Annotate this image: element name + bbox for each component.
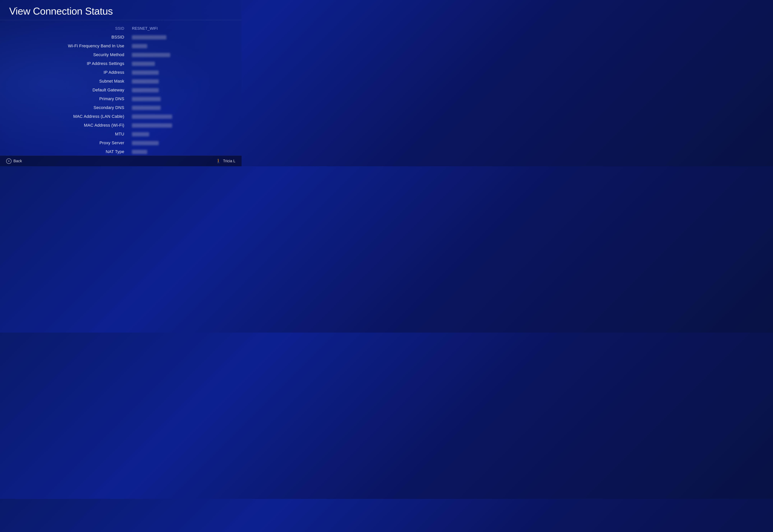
field-label: Primary DNS xyxy=(9,94,132,103)
table-row: Security Method•••••••••••••••• xyxy=(9,50,232,59)
field-value: ••:••:••:••:••:•• xyxy=(132,112,232,121)
field-label: Secondary DNS xyxy=(9,103,132,112)
back-label: Back xyxy=(13,159,22,163)
field-value: ••:••:••:••:••:•• xyxy=(132,121,232,130)
field-label: Proxy Server xyxy=(9,139,132,147)
table-row: IP Address Settings••••••••• xyxy=(9,59,232,68)
table-row: BSSID••:••:••:••:••:•• xyxy=(9,33,232,42)
field-label: NAT Type xyxy=(9,147,132,156)
connection-info-table: SSIDRESNET_WIFIBSSID••:••:••:••:••:••Wi-… xyxy=(9,24,232,156)
field-label: Subnet Mask xyxy=(9,77,132,86)
field-value: •••.•••.•••.••• xyxy=(132,103,232,112)
field-label: BSSID xyxy=(9,33,132,42)
field-value: •••.•••.•••.••• xyxy=(132,77,232,86)
field-value: ••:••:••:••:••:•• xyxy=(132,33,232,42)
field-value: •••.•••.•••.••• xyxy=(132,94,232,103)
footer-right: 🚶 Tricia L xyxy=(216,159,235,164)
field-label: Wi-Fi Frequency Band In Use xyxy=(9,42,132,50)
table-row: NAT Type•••••• xyxy=(9,147,232,156)
field-label: Security Method xyxy=(9,50,132,59)
table-row: Proxy Server•••••••••• xyxy=(9,139,232,147)
content-area: SSIDRESNET_WIFIBSSID••:••:••:••:••:••Wi-… xyxy=(0,20,241,156)
field-label: SSID xyxy=(9,24,132,33)
field-label: IP Address Settings xyxy=(9,59,132,68)
table-row: Subnet Mask•••.•••.•••.••• xyxy=(9,77,232,86)
back-icon: ✕ xyxy=(8,160,10,163)
table-row: SSIDRESNET_WIFI xyxy=(9,24,232,33)
username-label: Tricia L xyxy=(223,159,235,163)
field-value: •••••••••••••••• xyxy=(132,50,232,59)
page-header: View Connection Status xyxy=(0,0,241,20)
table-row: MAC Address (Wi-Fi)••:••:••:••:••:•• xyxy=(9,121,232,130)
field-value: RESNET_WIFI xyxy=(132,24,232,33)
table-row: Wi-Fi Frequency Band In Use••••• xyxy=(9,42,232,50)
page-title: View Connection Status xyxy=(9,5,232,17)
table-row: Primary DNS•••.•••.•••.••• xyxy=(9,94,232,103)
field-label: MTU xyxy=(9,130,132,139)
footer-left: ✕ Back xyxy=(6,158,22,164)
field-label: IP Address xyxy=(9,68,132,77)
table-row: Secondary DNS•••.•••.•••.••• xyxy=(9,103,232,112)
footer-bar: ✕ Back 🚶 Tricia L xyxy=(0,156,241,166)
field-value: ••••••••• xyxy=(132,59,232,68)
field-label: MAC Address (LAN Cable) xyxy=(9,112,132,121)
field-value: ••••• xyxy=(132,42,232,50)
table-row: MAC Address (LAN Cable)••:••:••:••:••:•• xyxy=(9,112,232,121)
field-value: •••••• xyxy=(132,147,232,156)
table-row: MTU•••• xyxy=(9,130,232,139)
field-value: •••.•••.•••.••• xyxy=(132,68,232,77)
page-container: View Connection Status SSIDRESNET_WIFIBS… xyxy=(0,0,241,166)
back-button[interactable]: ✕ xyxy=(6,158,11,164)
field-value: •••.•••.•••.••• xyxy=(132,86,232,94)
field-value: •••••••••• xyxy=(132,139,232,147)
field-label: Default Gateway xyxy=(9,86,132,94)
user-icon: 🚶 xyxy=(216,159,221,164)
field-label: MAC Address (Wi-Fi) xyxy=(9,121,132,130)
table-row: IP Address•••.•••.•••.••• xyxy=(9,68,232,77)
table-row: Default Gateway•••.•••.•••.••• xyxy=(9,86,232,94)
field-value: •••• xyxy=(132,130,232,139)
